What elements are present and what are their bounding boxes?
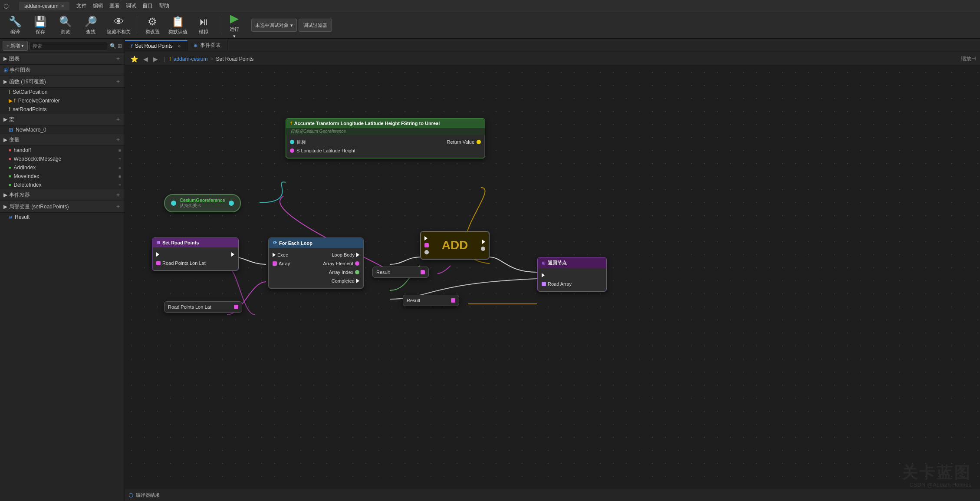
section-functions[interactable]: ▶函数 (19可覆盖) ＋ xyxy=(0,76,125,88)
new-button[interactable]: + 新增 ▾ xyxy=(3,41,28,51)
breadcrumb-next[interactable]: ▶ xyxy=(152,56,159,63)
road-points-label: Road Points Lon Lat xyxy=(168,304,211,310)
node-for-each-loop[interactable]: ⟳ For Each Loop Exec Loop Body xyxy=(268,237,364,289)
result1-label: Result xyxy=(376,270,390,275)
save-button[interactable]: 💾 保存 xyxy=(29,13,52,37)
app-tab[interactable]: addam-cesium × xyxy=(19,2,69,10)
node-accurate-transform-subtitle: 目标是Cesium Georeference xyxy=(286,128,485,135)
node-add[interactable]: ADD xyxy=(420,231,490,260)
class-settings-button[interactable]: ⚙ 类设置 xyxy=(141,13,164,37)
search-input[interactable] xyxy=(30,42,108,50)
menu-window[interactable]: 窗口 xyxy=(142,2,153,10)
section-charts-add[interactable]: ＋ xyxy=(115,55,121,63)
sidebar-item-setcarposition[interactable]: f SetCarPosition xyxy=(0,88,125,96)
section-event-dispatcher[interactable]: ▶事件发器 ＋ xyxy=(0,189,125,201)
section-eventdisp-arrow: ▶ xyxy=(3,192,7,198)
run-button[interactable]: ▶ 运行 ▾ xyxy=(223,13,246,37)
tab-close-icon[interactable]: × xyxy=(178,43,181,49)
pin-srp-exec-in xyxy=(156,252,159,257)
event-graph-icon: ⊞ xyxy=(3,67,8,73)
node-road-points-lon-lat[interactable]: Road Points Lon Lat xyxy=(164,301,242,313)
sidebar-item-handoff[interactable]: ■ handoff ≡ xyxy=(0,146,125,155)
breadcrumb-back[interactable]: ⭐ xyxy=(129,56,139,63)
sidebar-item-newmacro[interactable]: ⊞ NewMacro_0 xyxy=(0,125,125,134)
node-cesium-georeference[interactable]: CesiumGeoreference 从持久关卡 xyxy=(164,194,241,212)
bp-canvas[interactable]: f Accurate Transform Longitude Latitude … xyxy=(125,66,980,501)
find-button[interactable]: 🔎 查找 xyxy=(79,13,102,37)
debug-filter-button[interactable]: 调试过滤器 xyxy=(299,19,332,32)
pin-return-exec-in xyxy=(542,273,545,277)
section-local-vars[interactable]: ▶局部变量 (setRoadPoints) ＋ xyxy=(0,201,125,213)
browse-button[interactable]: 🔍 浏览 xyxy=(54,13,77,37)
simulate-button[interactable]: ⏯ 模拟 xyxy=(192,13,215,37)
node-result1[interactable]: Result xyxy=(372,267,429,278)
run-icon: ▶ xyxy=(230,12,239,25)
compile-button[interactable]: 🔧 编译 xyxy=(3,13,27,37)
tab-func-icon: f xyxy=(131,43,132,49)
pin-add-array-in xyxy=(424,243,429,247)
debug-target-dropdown[interactable]: 未选中调试对象 ▾ xyxy=(251,19,297,32)
node-accurate-transform[interactable]: f Accurate Transform Longitude Latitude … xyxy=(286,118,485,158)
pin-slonlat xyxy=(290,148,294,153)
sidebar-item-moveindex[interactable]: ■ MoveIndex ≡ xyxy=(0,172,125,181)
tab-set-road-points[interactable]: f Set Road Points × xyxy=(125,40,187,51)
pin-arrayelement-label: Array Element xyxy=(323,261,353,266)
find-label: 查找 xyxy=(86,29,95,35)
cesium-output-pin xyxy=(171,201,176,206)
view-toggle-icon[interactable]: ⊞ xyxy=(118,43,122,49)
func-icon-2: ▶ f xyxy=(9,98,16,104)
menu-file[interactable]: 文件 xyxy=(76,2,87,10)
section-variables[interactable]: ▶变量 ＋ xyxy=(0,134,125,146)
sidebar-item-addindex-label: AddIndex xyxy=(13,165,36,171)
section-event-graph[interactable]: ⊞事件图表 xyxy=(0,65,125,76)
section-macros-add[interactable]: ＋ xyxy=(115,115,121,123)
breadcrumb-prev[interactable]: ◀ xyxy=(142,56,149,63)
search-icon[interactable]: 🔍 xyxy=(110,43,116,49)
cesium-node-content: CesiumGeoreference 从持久关卡 xyxy=(180,198,225,209)
pin-srp-roadpoints-label: Road Points Lon Lat xyxy=(162,260,206,266)
var-expand-4: ≡ xyxy=(118,174,121,179)
sidebar-item-perceivecontroler[interactable]: ▶ f PerceiveControler xyxy=(0,96,125,105)
main-layout: + 新增 ▾ 🔍 ⊞ ▶图表 ＋ ⊞事件图表 ▶函数 (19可覆盖) ＋ f S… xyxy=(0,39,980,501)
section-localvars-add[interactable]: ＋ xyxy=(115,203,121,211)
node-return[interactable]: ⊞ 返回节点 Road Array xyxy=(537,257,607,292)
bp-tabbar: f Set Road Points × ⊞ 事件图表 xyxy=(125,39,980,52)
menu-edit[interactable]: 编辑 xyxy=(93,2,103,10)
sidebar-item-deleteindex[interactable]: ■ DeleteIndex ≡ xyxy=(0,181,125,189)
macro-icon: ⊞ xyxy=(9,127,13,133)
node-result2[interactable]: Result xyxy=(403,295,459,306)
section-charts[interactable]: ▶图表 ＋ xyxy=(0,53,125,65)
breadcrumb-project[interactable]: addam-cesium xyxy=(174,56,208,62)
pin-completed-label: Completed xyxy=(332,278,355,283)
menu-view[interactable]: 查看 xyxy=(109,2,120,10)
node-set-road-points[interactable]: ⊞ Set Road Points xyxy=(152,237,239,271)
func-icon-3: f xyxy=(9,106,10,112)
sidebar-item-websocket[interactable]: ■ WebSocketMessage ≡ xyxy=(0,155,125,163)
node-srp-icon: ⊞ xyxy=(157,241,160,245)
node-return-roadarray-row: Road Array xyxy=(538,280,606,288)
tab-close[interactable]: × xyxy=(61,3,64,9)
pin-add-exec-in xyxy=(424,236,428,241)
section-vars-add[interactable]: ＋ xyxy=(115,136,121,144)
node-row-target: 目标 Return Value xyxy=(286,138,484,146)
cesium-input-pin xyxy=(229,201,234,206)
sidebar-item-result[interactable]: ⊞ Result xyxy=(0,213,125,221)
menu-help[interactable]: 帮助 xyxy=(159,2,169,10)
section-macros[interactable]: ▶宏 ＋ xyxy=(0,114,125,125)
pin-result2 xyxy=(451,298,455,303)
toolbar: 🔧 编译 💾 保存 🔍 浏览 🔎 查找 👁 隐藏不相关 ⚙ 类设置 📋 类默认值… xyxy=(0,12,980,39)
var-icon-deleteindex: ■ xyxy=(9,183,11,187)
section-functions-add[interactable]: ＋ xyxy=(115,78,121,86)
hide-button[interactable]: 👁 隐藏不相关 xyxy=(104,13,133,37)
sidebar-item-setroadpoints[interactable]: f setRoadPoints xyxy=(0,105,125,114)
section-macros-label: 宏 xyxy=(9,116,14,123)
class-defaults-button[interactable]: 📋 类默认值 xyxy=(166,13,190,37)
tab-event-graph[interactable]: ⊞ 事件图表 xyxy=(187,40,227,51)
menu-bar: ⬡ addam-cesium × 文件 编辑 查看 调试 窗口 帮助 xyxy=(0,0,980,12)
section-eventdisp-add[interactable]: ＋ xyxy=(115,191,121,199)
class-settings-icon: ⚙ xyxy=(148,16,157,28)
menu-debug[interactable]: 调试 xyxy=(126,2,136,10)
tab-event-icon: ⊞ xyxy=(194,43,197,48)
node-srp-roadpoints-row: Road Points Lon Lat xyxy=(153,259,238,267)
sidebar-item-addindex[interactable]: ■ AddIndex ≡ xyxy=(0,163,125,172)
